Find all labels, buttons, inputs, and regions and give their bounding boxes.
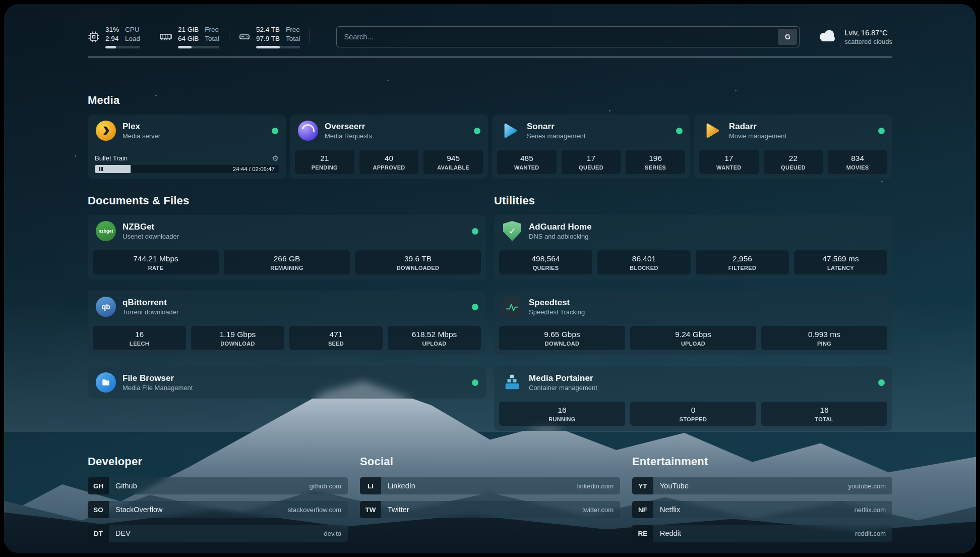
service-name: Overseerr xyxy=(325,122,372,132)
stat-latency: 47.569 ms LATENCY xyxy=(794,250,887,274)
weather-condition: scattered clouds xyxy=(844,38,892,45)
cpu-load-value: 2.94 xyxy=(105,34,119,43)
service-name: File Browser xyxy=(122,373,193,383)
bookmark-url: github.com xyxy=(309,482,348,490)
bookmark-reddit[interactable]: RE Reddit reddit.com xyxy=(632,525,892,542)
status-dot xyxy=(472,304,478,310)
filebrowser-icon xyxy=(96,372,116,393)
bookmark-url: netflix.com xyxy=(854,506,892,514)
stat-download: 1.19 Gbps DOWNLOAD xyxy=(191,326,284,350)
section-title-documents: Documents & Files xyxy=(88,194,486,207)
bookmark-url: youtube.com xyxy=(848,482,892,490)
bookmark-twitter[interactable]: TW Twitter twitter.com xyxy=(360,501,620,518)
bookmark-url: linkedin.com xyxy=(577,482,620,490)
bookmark-youtube[interactable]: YT YouTube youtube.com xyxy=(632,477,892,494)
stat-rate: 744.21 Mbps RATE xyxy=(93,250,219,274)
bookmark-dev[interactable]: DT DEV dev.to xyxy=(88,525,348,542)
service-name: AdGuard Home xyxy=(529,222,592,232)
stat-download: 9.65 Gbps DOWNLOAD xyxy=(499,326,625,350)
search-input[interactable] xyxy=(337,33,778,41)
stat-wanted: 17 WANTED xyxy=(699,150,759,174)
topbar: 31% 2.94 CPU Load xyxy=(88,23,892,50)
cpu-label-bottom: Load xyxy=(125,34,140,43)
dashboard-screen: 31% 2.94 CPU Load xyxy=(4,4,976,553)
bookmark-name: Reddit xyxy=(653,529,855,537)
bookmark-name: Twitter xyxy=(381,506,582,514)
stat-filtered: 2,956 FILTERED xyxy=(696,250,789,274)
bookmark-url: twitter.com xyxy=(582,506,620,514)
disk-widget: 52.4 TB 97.9 TB Free Total xyxy=(238,25,311,48)
bookmark-github[interactable]: GH Github github.com xyxy=(88,477,348,494)
service-card-qbittorrent[interactable]: qb qBittorrent Torrent downloader 16 LEE… xyxy=(88,291,486,355)
search-bar: G xyxy=(336,26,800,47)
bookmark-abbr: LI xyxy=(360,477,381,494)
weather-location: Lviv, 16.87°C xyxy=(844,29,892,37)
stat-blocked: 86,401 BLOCKED xyxy=(597,250,691,274)
ram-widget: 21 GiB 64 GiB Free Total xyxy=(159,25,229,48)
bookmark-url: dev.to xyxy=(324,530,348,537)
bookmark-name: Github xyxy=(109,482,309,490)
disk-progress-bar xyxy=(256,46,300,48)
settings-gear-icon[interactable]: ⚙ xyxy=(272,154,279,162)
bookmark-netflix[interactable]: NF Netflix netflix.com xyxy=(632,501,892,518)
stat-running: 16 RUNNING xyxy=(499,402,625,426)
stat-total: 16 TOTAL xyxy=(761,402,887,426)
service-card-filebrowser[interactable]: File Browser Media File Management xyxy=(88,366,486,399)
ram-free-value: 21 GiB xyxy=(178,25,199,34)
bookmark-abbr: TW xyxy=(360,501,381,518)
stat-series: 196 SERIES xyxy=(626,150,685,174)
portainer-containers-icon xyxy=(502,372,522,393)
section-title-media: Media xyxy=(88,94,892,107)
stat-upload: 9.24 Gbps UPLOAD xyxy=(630,326,756,350)
service-card-portainer[interactable]: Media Portainer Container management 16 … xyxy=(494,366,892,431)
bookmark-url: reddit.com xyxy=(855,530,892,537)
stat-movies: 834 MOVIES xyxy=(828,150,887,174)
now-playing-title: Bullet Train xyxy=(95,154,128,162)
bookmarks-social: Social LI LinkedIn linkedin.com TW Twitt… xyxy=(360,455,620,525)
service-desc: Torrent downloader xyxy=(122,308,178,316)
bookmark-abbr: DT xyxy=(88,525,109,542)
status-dot xyxy=(878,128,885,134)
bookmark-abbr: NF xyxy=(632,501,653,518)
service-name: Plex xyxy=(122,122,160,132)
disk-icon xyxy=(238,31,251,43)
service-card-plex[interactable]: Plex Media server Bullet Train ⚙ 24:44 /… xyxy=(88,115,286,179)
stat-stopped: 0 STOPPED xyxy=(630,402,756,426)
bookmark-name: DEV xyxy=(109,529,324,537)
stat-ping: 0.993 ms PING xyxy=(761,326,887,350)
dashboard-content: 31% 2.94 CPU Load xyxy=(4,23,976,553)
cloud-icon xyxy=(817,28,838,45)
utilities-column: Utilities ✓ AdGuard Home DNS and adblock… xyxy=(494,194,892,431)
service-desc: Media server xyxy=(122,132,160,140)
bookmarks-entertainment: Entertainment YT YouTube youtube.com NF … xyxy=(632,455,892,548)
stat-wanted: 485 WANTED xyxy=(497,150,557,174)
service-card-speedtest[interactable]: Speedtest Speedtest Tracking 9.65 Gbps D… xyxy=(494,291,892,355)
service-desc: Speedtest Tracking xyxy=(529,308,585,316)
pause-icon[interactable] xyxy=(99,167,103,171)
service-card-adguard[interactable]: ✓ AdGuard Home DNS and adblocking 498,56… xyxy=(494,215,892,280)
service-card-overseerr[interactable]: Overseerr Media Requests 21 PENDING 40 A… xyxy=(290,115,488,179)
search-provider-button[interactable]: G xyxy=(778,29,797,45)
status-dot xyxy=(474,128,480,134)
ram-total-value: 64 GiB xyxy=(178,34,199,43)
service-desc: Container management xyxy=(529,384,597,392)
service-name: Radarr xyxy=(729,122,786,132)
bookmark-abbr: YT xyxy=(632,477,653,494)
stat-leech: 16 LEECH xyxy=(93,326,186,350)
sonarr-icon xyxy=(500,121,520,141)
service-card-radarr[interactable]: Radarr Movie management 17 WANTED 22 QUE… xyxy=(694,115,892,179)
service-card-sonarr[interactable]: Sonarr Series management 485 WANTED 17 Q… xyxy=(492,115,690,179)
cpu-widget: 31% 2.94 CPU Load xyxy=(88,25,150,48)
bookmark-linkedin[interactable]: LI LinkedIn linkedin.com xyxy=(360,477,620,494)
bookmark-stackoverflow[interactable]: SO StackOverflow stackoverflow.com xyxy=(88,501,348,518)
service-desc: Series management xyxy=(527,132,585,140)
service-name: Sonarr xyxy=(527,122,585,132)
status-dot xyxy=(676,128,683,134)
service-card-nzbget[interactable]: nzbget NZBGet Usenet downloader 744.21 M… xyxy=(88,215,486,280)
media-card-row: Plex Media server Bullet Train ⚙ 24:44 /… xyxy=(88,115,892,179)
nzbget-icon: nzbget xyxy=(96,221,116,241)
stat-seed: 471 SEED xyxy=(289,326,383,350)
bookmark-name: Netflix xyxy=(653,506,854,514)
bookmark-abbr: SO xyxy=(88,501,109,518)
section-title-social: Social xyxy=(360,455,620,468)
